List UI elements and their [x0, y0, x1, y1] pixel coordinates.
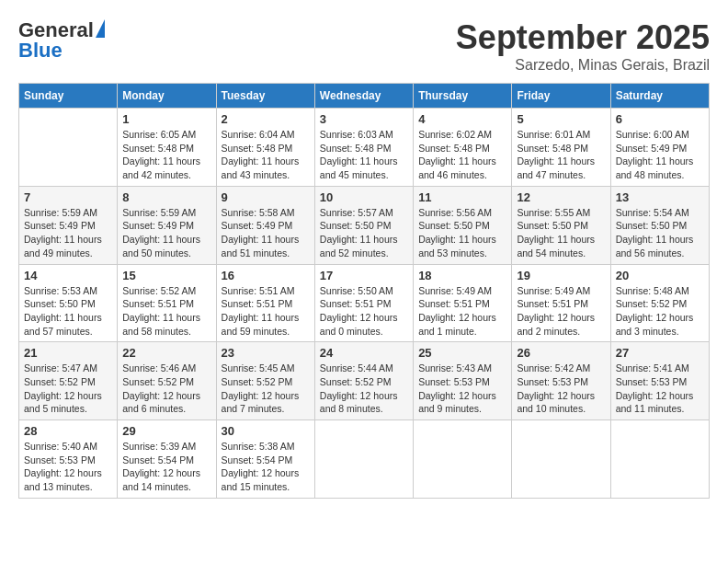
- day-number: 18: [418, 269, 506, 282]
- calendar-header-row: SundayMondayTuesdayWednesdayThursdayFrid…: [19, 84, 710, 109]
- day-cell: 7Sunrise: 5:59 AMSunset: 5:49 PMDaylight…: [19, 186, 118, 264]
- day-cell: 5Sunrise: 6:01 AMSunset: 5:48 PMDaylight…: [512, 109, 610, 187]
- day-number: 28: [24, 424, 112, 438]
- day-cell: 1Sunrise: 6:05 AMSunset: 5:48 PMDaylight…: [118, 109, 216, 187]
- day-info: Sunrise: 6:00 AMSunset: 5:49 PMDaylight:…: [616, 128, 704, 182]
- day-number: 20: [616, 269, 704, 282]
- day-info: Sunrise: 5:57 AMSunset: 5:50 PMDaylight:…: [320, 206, 408, 260]
- day-cell: 24Sunrise: 5:44 AMSunset: 5:52 PMDayligh…: [314, 342, 413, 420]
- day-number: 8: [122, 190, 210, 204]
- day-info: Sunrise: 5:41 AMSunset: 5:53 PMDaylight:…: [616, 362, 704, 416]
- day-number: 19: [517, 269, 605, 282]
- day-number: 11: [418, 190, 506, 204]
- day-cell: 9Sunrise: 5:58 AMSunset: 5:49 PMDaylight…: [216, 186, 314, 264]
- week-row-3: 14Sunrise: 5:53 AMSunset: 5:50 PMDayligh…: [19, 264, 710, 342]
- day-number: 14: [24, 269, 112, 282]
- day-number: 26: [517, 346, 605, 360]
- day-cell: 8Sunrise: 5:59 AMSunset: 5:49 PMDaylight…: [118, 186, 216, 264]
- day-cell: 21Sunrise: 5:47 AMSunset: 5:52 PMDayligh…: [19, 342, 118, 420]
- day-number: 24: [320, 346, 408, 360]
- day-cell: 29Sunrise: 5:39 AMSunset: 5:54 PMDayligh…: [118, 420, 216, 499]
- day-number: 27: [616, 346, 704, 360]
- week-row-1: 1Sunrise: 6:05 AMSunset: 5:48 PMDaylight…: [19, 109, 710, 187]
- day-cell: 16Sunrise: 5:51 AMSunset: 5:51 PMDayligh…: [216, 264, 314, 342]
- day-info: Sunrise: 5:50 AMSunset: 5:51 PMDaylight:…: [320, 284, 408, 339]
- day-cell: 19Sunrise: 5:49 AMSunset: 5:51 PMDayligh…: [512, 264, 610, 342]
- day-info: Sunrise: 6:01 AMSunset: 5:48 PMDaylight:…: [517, 128, 605, 182]
- day-info: Sunrise: 5:49 AMSunset: 5:51 PMDaylight:…: [418, 284, 506, 339]
- day-number: 21: [24, 346, 112, 360]
- day-number: 1: [122, 112, 210, 126]
- day-info: Sunrise: 5:59 AMSunset: 5:49 PMDaylight:…: [122, 206, 210, 260]
- day-number: 13: [616, 190, 704, 204]
- column-header-thursday: Thursday: [414, 84, 512, 109]
- day-cell: 4Sunrise: 6:02 AMSunset: 5:48 PMDaylight…: [414, 109, 512, 187]
- day-cell: 23Sunrise: 5:45 AMSunset: 5:52 PMDayligh…: [216, 342, 314, 420]
- day-info: Sunrise: 5:56 AMSunset: 5:50 PMDaylight:…: [418, 206, 506, 260]
- logo-blue-text: Blue: [18, 39, 63, 63]
- page-header: General Blue September 2025 Sarzedo, Min…: [18, 18, 710, 74]
- day-number: 12: [517, 190, 605, 204]
- day-number: 17: [320, 269, 408, 282]
- day-number: 6: [616, 112, 704, 126]
- day-info: Sunrise: 6:03 AMSunset: 5:48 PMDaylight:…: [320, 128, 408, 182]
- day-number: 10: [320, 190, 408, 204]
- calendar-table: SundayMondayTuesdayWednesdayThursdayFrid…: [18, 83, 710, 499]
- logo-triangle: [96, 19, 105, 38]
- day-number: 23: [222, 346, 310, 360]
- day-cell: [19, 109, 118, 187]
- column-header-friday: Friday: [512, 84, 610, 109]
- day-info: Sunrise: 5:58 AMSunset: 5:49 PMDaylight:…: [222, 206, 310, 260]
- logo: General Blue: [18, 18, 105, 63]
- column-header-wednesday: Wednesday: [314, 84, 413, 109]
- day-number: 29: [122, 424, 210, 438]
- day-info: Sunrise: 5:46 AMSunset: 5:52 PMDaylight:…: [122, 362, 210, 416]
- day-info: Sunrise: 5:47 AMSunset: 5:52 PMDaylight:…: [24, 362, 112, 416]
- column-header-monday: Monday: [118, 84, 216, 109]
- day-info: Sunrise: 5:42 AMSunset: 5:53 PMDaylight:…: [517, 362, 605, 416]
- day-info: Sunrise: 5:48 AMSunset: 5:52 PMDaylight:…: [616, 284, 704, 339]
- day-info: Sunrise: 5:51 AMSunset: 5:51 PMDaylight:…: [222, 284, 310, 339]
- day-cell: [314, 420, 413, 499]
- day-cell: 18Sunrise: 5:49 AMSunset: 5:51 PMDayligh…: [414, 264, 512, 342]
- day-number: 2: [222, 112, 310, 126]
- day-info: Sunrise: 5:55 AMSunset: 5:50 PMDaylight:…: [517, 206, 605, 260]
- day-cell: [610, 420, 709, 499]
- day-info: Sunrise: 5:44 AMSunset: 5:52 PMDaylight:…: [320, 362, 408, 416]
- day-info: Sunrise: 6:04 AMSunset: 5:48 PMDaylight:…: [222, 128, 310, 182]
- day-number: 3: [320, 112, 408, 126]
- day-cell: 14Sunrise: 5:53 AMSunset: 5:50 PMDayligh…: [19, 264, 118, 342]
- month-title: September 2025: [456, 18, 710, 57]
- week-row-2: 7Sunrise: 5:59 AMSunset: 5:49 PMDaylight…: [19, 186, 710, 264]
- day-cell: 11Sunrise: 5:56 AMSunset: 5:50 PMDayligh…: [414, 186, 512, 264]
- day-info: Sunrise: 5:38 AMSunset: 5:54 PMDaylight:…: [222, 440, 310, 494]
- column-header-sunday: Sunday: [19, 84, 118, 109]
- day-info: Sunrise: 6:05 AMSunset: 5:48 PMDaylight:…: [122, 128, 210, 182]
- day-cell: 6Sunrise: 6:00 AMSunset: 5:49 PMDaylight…: [610, 109, 709, 187]
- column-header-tuesday: Tuesday: [216, 84, 314, 109]
- day-info: Sunrise: 5:59 AMSunset: 5:49 PMDaylight:…: [24, 206, 112, 260]
- day-info: Sunrise: 6:02 AMSunset: 5:48 PMDaylight:…: [418, 128, 506, 182]
- day-cell: 25Sunrise: 5:43 AMSunset: 5:53 PMDayligh…: [414, 342, 512, 420]
- day-cell: 12Sunrise: 5:55 AMSunset: 5:50 PMDayligh…: [512, 186, 610, 264]
- day-info: Sunrise: 5:49 AMSunset: 5:51 PMDaylight:…: [517, 284, 605, 339]
- week-row-5: 28Sunrise: 5:40 AMSunset: 5:53 PMDayligh…: [19, 420, 710, 499]
- day-number: 15: [122, 269, 210, 282]
- title-section: September 2025 Sarzedo, Minas Gerais, Br…: [456, 18, 710, 74]
- day-info: Sunrise: 5:45 AMSunset: 5:52 PMDaylight:…: [222, 362, 310, 416]
- day-info: Sunrise: 5:52 AMSunset: 5:51 PMDaylight:…: [122, 284, 210, 339]
- day-cell: 13Sunrise: 5:54 AMSunset: 5:50 PMDayligh…: [610, 186, 709, 264]
- day-cell: [414, 420, 512, 499]
- day-info: Sunrise: 5:53 AMSunset: 5:50 PMDaylight:…: [24, 284, 112, 339]
- day-info: Sunrise: 5:40 AMSunset: 5:53 PMDaylight:…: [24, 440, 112, 494]
- day-cell: 10Sunrise: 5:57 AMSunset: 5:50 PMDayligh…: [314, 186, 413, 264]
- day-cell: [512, 420, 610, 499]
- day-number: 7: [24, 190, 112, 204]
- day-cell: 20Sunrise: 5:48 AMSunset: 5:52 PMDayligh…: [610, 264, 709, 342]
- day-cell: 27Sunrise: 5:41 AMSunset: 5:53 PMDayligh…: [610, 342, 709, 420]
- day-info: Sunrise: 5:43 AMSunset: 5:53 PMDaylight:…: [418, 362, 506, 416]
- day-cell: 2Sunrise: 6:04 AMSunset: 5:48 PMDaylight…: [216, 109, 314, 187]
- day-number: 16: [222, 269, 310, 282]
- day-cell: 30Sunrise: 5:38 AMSunset: 5:54 PMDayligh…: [216, 420, 314, 499]
- day-cell: 17Sunrise: 5:50 AMSunset: 5:51 PMDayligh…: [314, 264, 413, 342]
